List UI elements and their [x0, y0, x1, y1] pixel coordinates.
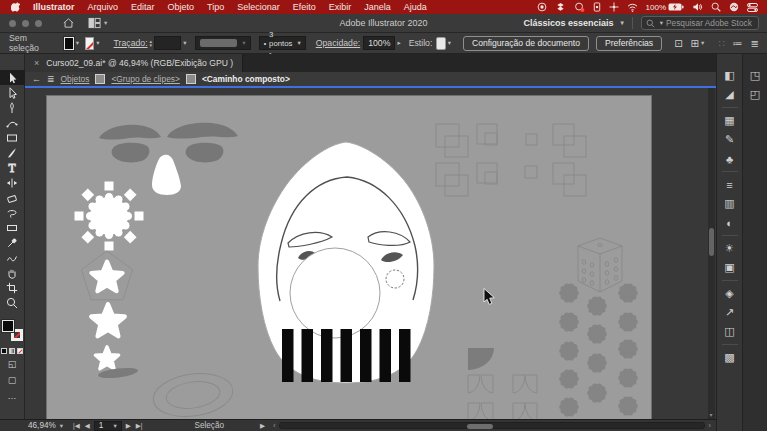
- exit-isolation-icon[interactable]: ←: [32, 74, 41, 84]
- swatches-panel[interactable]: ▦: [724, 111, 734, 130]
- brush-definition-dropdown[interactable]: •3 pontos -…▾: [259, 36, 306, 50]
- gradient-panel[interactable]: ▥: [724, 194, 734, 213]
- menu-editar[interactable]: Editar: [131, 2, 155, 12]
- chevron-down-icon[interactable]: ▾: [60, 422, 63, 430]
- layout-grid-icon[interactable]: [88, 17, 102, 29]
- curvature-tool[interactable]: [0, 115, 25, 130]
- eraser-tool[interactable]: [0, 190, 25, 205]
- draw-mode-icon[interactable]: ◱: [8, 357, 17, 370]
- menu-selecionar[interactable]: Selecionar: [237, 2, 280, 12]
- stroke-weight-label[interactable]: Traçado:: [114, 38, 148, 48]
- appearance-panel[interactable]: ☀: [725, 239, 735, 258]
- chevron-down-icon[interactable]: ▾: [96, 39, 99, 47]
- shaper-tool[interactable]: [0, 250, 25, 265]
- status-bar-menu-icon[interactable]: ▶: [260, 422, 265, 430]
- chevron-down-icon[interactable]: ▾: [104, 19, 107, 27]
- color-guide-panel[interactable]: ◢: [725, 85, 733, 104]
- first-artboard-button[interactable]: |◀: [73, 422, 80, 430]
- wifi-icon[interactable]: [627, 3, 638, 12]
- paintbrush-tool[interactable]: [0, 145, 25, 160]
- fit-window-icon[interactable]: ⊡: [674, 38, 682, 49]
- window-zoom-button[interactable]: [35, 20, 42, 27]
- arrange-documents-icon[interactable]: ⊞: [691, 38, 699, 49]
- workspace-switcher[interactable]: Clássicos essenciais ▾: [523, 18, 623, 28]
- fill-color-swatch[interactable]: [64, 37, 73, 50]
- artboard-canvas[interactable]: [47, 96, 651, 419]
- chevron-down-icon[interactable]: ▾: [76, 39, 79, 47]
- screen-mode-icon[interactable]: ▢: [8, 373, 17, 386]
- home-icon[interactable]: [62, 17, 75, 29]
- menu-efeito[interactable]: Efeito: [293, 2, 316, 12]
- horizontal-scrollbar-thumb[interactable]: [467, 424, 493, 429]
- vertical-scrollbar-thumb[interactable]: [709, 228, 714, 256]
- export-panel[interactable]: ↗: [725, 303, 734, 322]
- rectangle-tool[interactable]: [0, 130, 25, 145]
- leaves-sketch[interactable]: [468, 348, 537, 419]
- battery-indicator[interactable]: 100%: [646, 3, 684, 12]
- document-tab[interactable]: × Curso02_09.ai* @ 46,94% (RGB/Exibição …: [25, 54, 243, 72]
- breadcrumb-objects[interactable]: Objetos: [61, 74, 90, 84]
- stroke-color-swatch[interactable]: [85, 37, 94, 50]
- menu-exibir[interactable]: Exibir: [329, 2, 352, 12]
- chevron-down-icon[interactable]: ▾: [183, 39, 186, 47]
- gradient-tool[interactable]: [0, 220, 25, 235]
- previous-artboard-button[interactable]: ◀: [85, 422, 90, 430]
- nose-shape[interactable]: [152, 155, 181, 195]
- lasso-tool[interactable]: [0, 205, 25, 220]
- dice-sketch[interactable]: [578, 238, 622, 292]
- gradient-button[interactable]: [9, 348, 15, 354]
- artboard-tool[interactable]: [0, 280, 25, 295]
- hand-tool[interactable]: [0, 265, 25, 280]
- chevron-down-icon[interactable]: ▾: [113, 422, 116, 430]
- control-center-icon[interactable]: [747, 3, 758, 12]
- none-button[interactable]: [17, 348, 23, 354]
- last-artboard-button[interactable]: ▶|: [136, 422, 143, 430]
- artboard[interactable]: [47, 96, 651, 419]
- document-setup-button[interactable]: Configuração de documento: [463, 36, 589, 51]
- opacity-label[interactable]: Opacidade:: [316, 38, 360, 48]
- edit-toolbar-icon[interactable]: …: [8, 389, 17, 402]
- chevron-down-icon[interactable]: ▾: [707, 411, 715, 418]
- window-minimize-button[interactable]: [22, 20, 29, 27]
- zoom-level[interactable]: 46,94%: [28, 421, 56, 430]
- volume-icon[interactable]: [692, 2, 703, 12]
- width-tool[interactable]: [0, 175, 25, 190]
- gears-pattern[interactable]: [559, 284, 638, 417]
- spotlight-search-icon[interactable]: [711, 2, 721, 12]
- squares-sketch[interactable]: [436, 124, 586, 196]
- breadcrumb-clip-group[interactable]: <Grupo de clipes>: [111, 74, 179, 84]
- menu-arquivo[interactable]: Arquivo: [88, 2, 119, 12]
- snowflake-ornament[interactable]: [75, 182, 144, 251]
- asset-export-panel[interactable]: ▩: [724, 348, 734, 367]
- close-tab-icon[interactable]: ×: [34, 58, 39, 68]
- color-panel[interactable]: ◧: [724, 66, 734, 85]
- transparency-panel[interactable]: ◐: [726, 213, 733, 232]
- chevron-right-icon[interactable]: ▸: [397, 39, 400, 47]
- device-lock-icon[interactable]: [593, 2, 601, 12]
- libraries-panel[interactable]: ◰: [750, 85, 760, 104]
- window-close-button[interactable]: [9, 20, 16, 27]
- artboards-panel[interactable]: ◫: [724, 322, 734, 341]
- layers-panel[interactable]: ◈: [725, 284, 733, 303]
- apple-menu-icon[interactable]: [11, 2, 20, 13]
- stroke-weight-stepper[interactable]: ▴▾: [150, 39, 153, 48]
- stars-group[interactable]: [81, 251, 138, 380]
- location-icon[interactable]: [609, 2, 619, 12]
- menu-tipo[interactable]: Tipo: [207, 2, 224, 12]
- ellipses-sketch[interactable]: [150, 369, 235, 419]
- eyedropper-tool[interactable]: [0, 235, 25, 250]
- vertical-scrollbar[interactable]: ▾: [708, 88, 715, 419]
- dropbox-icon[interactable]: [555, 2, 566, 12]
- color-button[interactable]: [1, 348, 7, 354]
- record-icon[interactable]: [537, 2, 547, 12]
- face-artwork[interactable]: [258, 142, 434, 383]
- artboard-number-field[interactable]: 1 ▾: [94, 421, 122, 431]
- direct-selection-tool[interactable]: [0, 85, 25, 100]
- pasteboard[interactable]: ▾: [25, 88, 716, 419]
- chevron-down-icon[interactable]: ▾: [701, 39, 704, 47]
- fill-stroke-indicator[interactable]: [2, 320, 23, 341]
- screen-mirroring-icon[interactable]: [574, 2, 585, 12]
- scroll-right-icon[interactable]: ›: [708, 421, 711, 430]
- preferences-button[interactable]: Preferências: [596, 36, 662, 51]
- menu-illustrator[interactable]: Illustrator: [33, 2, 75, 12]
